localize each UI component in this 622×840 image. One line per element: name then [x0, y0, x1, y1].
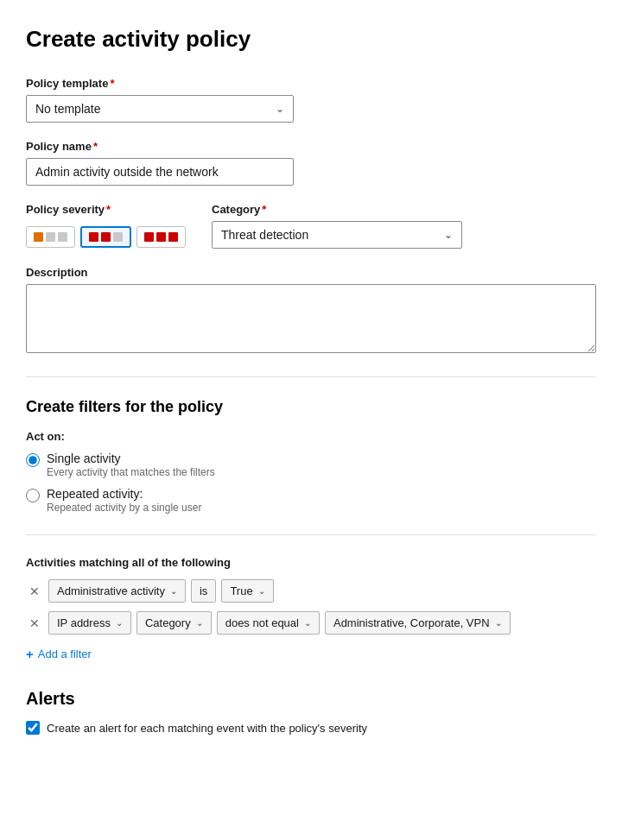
remove-filter-1-icon[interactable]: ✕ [26, 581, 43, 602]
alerts-section: Alerts Create an alert for each matching… [26, 689, 596, 735]
radio-repeated-label: Repeated activity: [47, 487, 201, 501]
filter-2-field-value: IP address [57, 616, 111, 629]
policy-template-label: Policy template* [26, 77, 596, 90]
filter-1-operator: is [191, 579, 216, 603]
chevron-down-icon: ⌄ [258, 586, 265, 596]
severity-medium-btn[interactable] [80, 226, 131, 248]
severity-dot [113, 232, 123, 242]
filter-1-value-dropdown[interactable]: True ⌄ [221, 579, 273, 603]
description-group: Description [26, 266, 596, 356]
filter-1-field-value: Administrative activity [57, 584, 165, 597]
category-value: Threat detection [221, 228, 308, 242]
severity-dot [89, 232, 98, 242]
page-title: Create activity policy [26, 26, 596, 53]
category-group: Category* Threat detection ⌄ [212, 203, 462, 249]
activities-matching-section: Activities matching all of the following… [26, 556, 596, 665]
filter-2-value-dropdown[interactable]: Administrative, Corporate, VPN ⌄ [325, 611, 511, 635]
act-on-label: Act on: [26, 430, 596, 443]
filter-1-field-dropdown[interactable]: Administrative activity ⌄ [48, 579, 186, 603]
severity-category-row: Policy severity* Cat [26, 203, 596, 249]
filter-2-subfield-value: Category [145, 616, 191, 629]
section-divider-2 [26, 534, 596, 535]
chevron-down-icon: ⌄ [276, 103, 284, 115]
policy-name-label: Policy name* [26, 140, 596, 153]
filter-row-1: ✕ Administrative activity ⌄ is True ⌄ [26, 579, 596, 603]
policy-template-dropdown[interactable]: No template ⌄ [26, 95, 294, 123]
severity-dot [156, 232, 166, 242]
filter-1-value-text: True [230, 584, 252, 597]
severity-dot [58, 232, 67, 242]
severity-dot [101, 232, 111, 242]
add-filter-label: Add a filter [38, 647, 92, 660]
severity-low-btn[interactable] [26, 226, 75, 248]
severity-group: Policy severity* [26, 203, 186, 248]
policy-template-group: Policy template* No template ⌄ [26, 77, 596, 123]
remove-filter-2-icon[interactable]: ✕ [26, 613, 43, 634]
policy-name-input[interactable] [26, 158, 294, 186]
severity-high-btn[interactable] [136, 226, 186, 248]
chevron-down-icon: ⌄ [170, 586, 177, 596]
filter-2-operator-value: does not equal [225, 616, 299, 629]
alerts-checkbox[interactable] [26, 721, 40, 735]
radio-repeated-subtitle: Repeated activity by a single user [47, 502, 201, 514]
radio-single-label: Single activity [47, 452, 215, 465]
alerts-checkbox-label: Create an alert for each matching event … [47, 722, 367, 735]
chevron-down-icon: ⌄ [304, 618, 311, 628]
radio-repeated-activity[interactable]: Repeated activity: Repeated activity by … [26, 487, 596, 514]
description-label: Description [26, 266, 596, 279]
policy-template-value: No template [35, 102, 100, 116]
chevron-down-icon: ⌄ [116, 618, 123, 628]
filter-2-value-text: Administrative, Corporate, VPN [333, 616, 490, 629]
activities-matching-label: Activities matching all of the following [26, 556, 596, 569]
alerts-checkbox-row: Create an alert for each matching event … [26, 721, 596, 735]
radio-single-input[interactable] [26, 453, 40, 467]
severity-dot [144, 232, 154, 242]
radio-single-subtitle: Every activity that matches the filters [47, 466, 215, 478]
severity-dot [46, 232, 55, 242]
alerts-title: Alerts [26, 689, 596, 709]
chevron-down-icon: ⌄ [444, 229, 453, 241]
category-label: Category* [212, 203, 462, 216]
section-divider [26, 376, 596, 377]
filter-2-operator-dropdown[interactable]: does not equal ⌄ [217, 611, 320, 635]
filter-2-field-dropdown[interactable]: IP address ⌄ [48, 611, 131, 635]
severity-label: Policy severity* [26, 203, 186, 216]
add-filter-button[interactable]: + Add a filter [26, 643, 92, 665]
severity-options [26, 226, 186, 248]
chevron-down-icon: ⌄ [495, 618, 502, 628]
policy-name-group: Policy name* [26, 140, 596, 186]
severity-dot [34, 232, 43, 242]
radio-single-activity[interactable]: Single activity Every activity that matc… [26, 452, 596, 478]
chevron-down-icon: ⌄ [196, 618, 203, 628]
category-dropdown[interactable]: Threat detection ⌄ [212, 221, 462, 249]
filters-section: Create filters for the policy Act on: Si… [26, 398, 596, 514]
filter-row-2: ✕ IP address ⌄ Category ⌄ does not equal… [26, 611, 596, 635]
radio-group: Single activity Every activity that matc… [26, 452, 596, 514]
severity-dot [168, 232, 178, 242]
filters-section-title: Create filters for the policy [26, 398, 596, 416]
radio-repeated-input[interactable] [26, 489, 40, 502]
description-input[interactable] [26, 284, 596, 353]
plus-icon: + [26, 647, 34, 661]
filter-2-subfield-dropdown[interactable]: Category ⌄ [136, 611, 212, 635]
